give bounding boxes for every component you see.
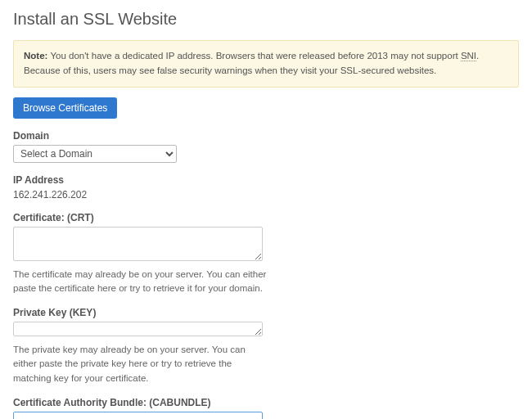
sni-abbr: SNI (461, 51, 476, 61)
page-title: Install an SSL Website (13, 10, 519, 29)
cabundle-input[interactable] (13, 412, 263, 419)
note-text-a: You don't have a dedicated IP address. B… (47, 51, 460, 61)
ip-address-value: 162.241.226.202 (13, 189, 87, 200)
ip-address-label: IP Address (13, 174, 275, 186)
domain-label: Domain (13, 130, 275, 142)
note-label: Note: (24, 51, 47, 61)
private-key-label: Private Key (KEY) (13, 307, 275, 318)
certificate-crt-help: The certificate may already be on your s… (13, 268, 267, 296)
domain-select[interactable]: Select a Domain (13, 145, 177, 163)
certificate-crt-label: Certificate: (CRT) (13, 212, 275, 223)
private-key-help: The private key may already be on your s… (13, 343, 267, 385)
note-box: Note: You don't have a dedicated IP addr… (13, 40, 519, 88)
browse-certificates-button[interactable]: Browse Certificates (13, 97, 117, 119)
cabundle-label: Certificate Authority Bundle: (CABUNDLE) (13, 397, 275, 408)
certificate-crt-input[interactable] (13, 227, 263, 261)
private-key-input[interactable] (13, 322, 263, 336)
